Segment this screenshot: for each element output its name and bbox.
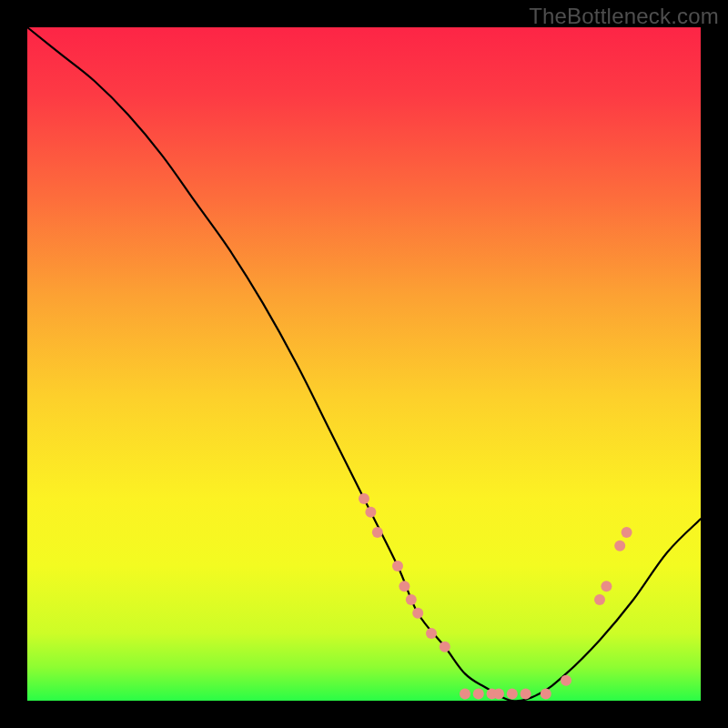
chart-marker	[412, 608, 423, 619]
chart-marker	[372, 527, 383, 538]
chart-marker	[594, 594, 605, 605]
chart-marker	[601, 581, 612, 592]
chart-marker	[473, 689, 484, 700]
chart-svg	[0, 0, 728, 728]
chart-marker	[359, 493, 369, 504]
chart-marker	[399, 581, 410, 592]
chart-marker	[541, 689, 551, 700]
chart-marker	[406, 594, 417, 605]
chart-marker	[521, 689, 531, 700]
chart-marker	[561, 675, 571, 686]
chart-marker	[365, 507, 376, 518]
chart-marker	[440, 642, 450, 652]
chart-marker	[460, 689, 470, 700]
chart-marker	[507, 689, 518, 700]
chart-marker	[622, 527, 632, 538]
chart-marker	[392, 561, 403, 571]
chart-container: TheBottleneck.com	[0, 0, 728, 728]
chart-marker	[614, 541, 625, 551]
chart-marker	[493, 689, 504, 700]
chart-marker	[426, 628, 437, 639]
watermark-text: TheBottleneck.com	[529, 4, 719, 29]
